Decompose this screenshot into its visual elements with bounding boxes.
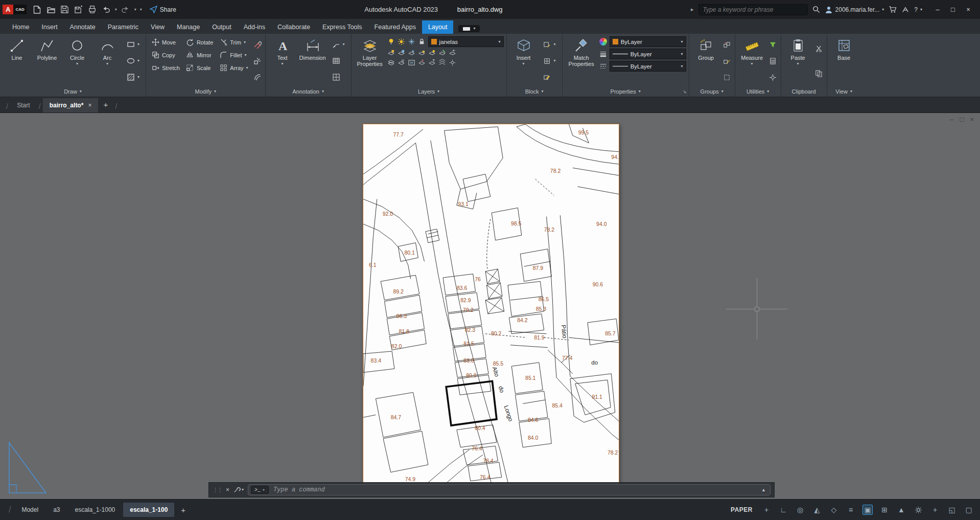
group-button[interactable]: Group bbox=[692, 36, 720, 86]
workspace-gear-icon[interactable] bbox=[913, 505, 923, 515]
ribbon-tab-layout[interactable]: Layout bbox=[422, 20, 454, 34]
ribbon-tab-collaborate[interactable]: Collaborate bbox=[271, 20, 316, 34]
panel-label-layers[interactable]: Layers▾ bbox=[352, 86, 506, 97]
file-tab-start[interactable]: Start bbox=[10, 98, 36, 112]
rectangle-button[interactable]: ▾ bbox=[124, 38, 142, 51]
ribbon-tab-home[interactable]: Home bbox=[6, 20, 35, 34]
quick-calculator-icon[interactable] bbox=[769, 57, 777, 65]
layer-dropdown[interactable]: janelas ▾ bbox=[428, 36, 504, 47]
trim-button[interactable]: Trim▾ bbox=[217, 36, 250, 49]
layout-tab-model[interactable]: Model bbox=[15, 503, 45, 517]
drawing-close-icon[interactable]: × bbox=[970, 116, 974, 123]
panel-label-annotation[interactable]: Annotation▾ bbox=[266, 86, 351, 97]
layer-walk-icon[interactable] bbox=[398, 58, 406, 66]
dimension-button[interactable]: Dimension bbox=[298, 36, 327, 86]
user-account-button[interactable]: 2006.maria.fer... ▾ bbox=[825, 6, 884, 14]
quick-select-icon[interactable] bbox=[769, 40, 777, 49]
customization-plus-icon[interactable]: + bbox=[930, 505, 940, 515]
layer-prev-icon[interactable] bbox=[449, 49, 457, 57]
annotation-scale-icon[interactable]: ▲ bbox=[896, 505, 906, 515]
save-as-button[interactable] bbox=[73, 4, 85, 16]
ellipse-button[interactable]: ▾ bbox=[124, 55, 142, 67]
layer-settings-icon[interactable] bbox=[449, 58, 457, 66]
layer-freeze-icon[interactable] bbox=[408, 38, 416, 46]
array-button[interactable]: Array▾ bbox=[217, 61, 250, 74]
layout-tab-a3[interactable]: a3 bbox=[46, 503, 66, 517]
layer-state-icon[interactable] bbox=[387, 58, 395, 66]
panel-label-utilities[interactable]: Utilities▾ bbox=[735, 86, 781, 97]
new-file-button[interactable] bbox=[31, 4, 43, 16]
line-button[interactable]: Line bbox=[3, 36, 31, 86]
layer-properties-button[interactable]: Layer Properties bbox=[354, 36, 386, 86]
linetype-icon[interactable] bbox=[599, 62, 608, 71]
arc-button[interactable]: Arc ▾ bbox=[93, 36, 122, 86]
search-box[interactable] bbox=[698, 4, 808, 15]
layer-vpfreeze-icon[interactable] bbox=[408, 58, 416, 66]
match-properties-button[interactable]: Match Properties bbox=[565, 36, 598, 86]
panel-label-block[interactable]: Block▾ bbox=[507, 86, 562, 97]
polyline-button[interactable]: Polyline bbox=[33, 36, 61, 86]
block-editor-button[interactable] bbox=[541, 71, 558, 84]
selected-parcel[interactable] bbox=[446, 381, 497, 426]
plot-button[interactable] bbox=[86, 4, 99, 16]
panel-label-modify[interactable]: Modify▾ bbox=[146, 86, 265, 97]
file-tab-close-icon[interactable]: × bbox=[88, 102, 91, 109]
lineweight-display-icon[interactable]: ≡ bbox=[846, 505, 856, 515]
selection-cycling-icon[interactable]: ▣ bbox=[862, 505, 873, 515]
copy-clip-icon[interactable] bbox=[815, 69, 823, 77]
drawing-minimize-icon[interactable]: – bbox=[950, 116, 953, 123]
drawing-area[interactable]: – □ × bbox=[0, 113, 980, 499]
linetype-dropdown[interactable]: ByLayer ▾ bbox=[610, 61, 686, 72]
panel-label-draw[interactable]: Draw▾ bbox=[0, 86, 146, 97]
ungroup-icon[interactable] bbox=[723, 40, 731, 49]
layout-tab-escala-1-100[interactable]: escala_1-100 bbox=[123, 503, 174, 517]
layer-on-sun-icon[interactable] bbox=[398, 38, 406, 46]
isolate-objects-icon[interactable]: ◱ bbox=[947, 505, 957, 515]
rotate-button[interactable]: Rotate bbox=[183, 36, 216, 49]
scale-button[interactable]: Scale bbox=[183, 61, 216, 74]
maximize-button[interactable]: □ bbox=[945, 3, 961, 16]
layer-match-icon[interactable] bbox=[438, 49, 447, 57]
drawing-restore-icon[interactable]: □ bbox=[960, 116, 964, 123]
ribbon-tab-featured-apps[interactable]: Featured Apps bbox=[368, 20, 422, 34]
edit-attribute-button[interactable]: ▾ bbox=[541, 38, 558, 51]
search-input[interactable] bbox=[703, 6, 803, 13]
move-button[interactable]: Move bbox=[149, 36, 182, 49]
command-bar-grip[interactable]: ⋮⋮ bbox=[213, 487, 222, 493]
redo-button[interactable] bbox=[120, 4, 132, 16]
open-file-button[interactable] bbox=[45, 4, 57, 16]
color-wheel-icon[interactable] bbox=[599, 38, 608, 46]
minimize-button[interactable]: – bbox=[930, 3, 945, 16]
id-point-icon[interactable] bbox=[769, 73, 777, 81]
workspace-dropdown[interactable]: ▾ bbox=[458, 25, 480, 32]
save-button[interactable] bbox=[59, 4, 71, 16]
command-close-icon[interactable]: × bbox=[226, 486, 229, 493]
base-button[interactable]: Base bbox=[830, 36, 858, 86]
panel-label-view[interactable]: View▾ bbox=[827, 86, 861, 97]
share-button[interactable]: Share bbox=[150, 6, 176, 13]
lineweight-dropdown[interactable]: ByLayer ▾ bbox=[610, 49, 686, 59]
ribbon-tab-manage[interactable]: Manage bbox=[171, 20, 206, 34]
snap-mode-icon[interactable]: + bbox=[761, 505, 772, 515]
layer-freeze-tool-icon[interactable] bbox=[408, 49, 416, 57]
ribbon-tab-add-ins[interactable]: Add-ins bbox=[238, 20, 271, 34]
layer-freeze-all-icon[interactable] bbox=[438, 58, 447, 66]
command-customize-button[interactable]: ▾ bbox=[234, 486, 244, 493]
layer-lock-icon[interactable] bbox=[418, 38, 426, 46]
recent-commands-button[interactable]: >_ ▸ bbox=[251, 486, 269, 494]
stretch-button[interactable]: Stretch bbox=[149, 61, 182, 74]
space-mode-label[interactable]: PAPER bbox=[731, 506, 753, 513]
ribbon-tab-parametric[interactable]: Parametric bbox=[102, 20, 145, 34]
measure-button[interactable]: Measure ▾ bbox=[738, 36, 766, 86]
ribbon-tab-view[interactable]: View bbox=[145, 20, 171, 34]
close-button[interactable]: × bbox=[961, 3, 976, 16]
panel-label-groups[interactable]: Groups▾ bbox=[689, 86, 735, 97]
command-input[interactable]: >_ ▸ Type a command ▲ bbox=[248, 484, 771, 495]
ribbon-tab-output[interactable]: Output bbox=[206, 20, 238, 34]
ribbon-tab-annotate[interactable]: Annotate bbox=[64, 20, 102, 34]
search-collapse-icon[interactable]: ▸ bbox=[691, 6, 694, 13]
autocad-logo[interactable]: A CAD bbox=[3, 5, 27, 14]
erase-icon[interactable] bbox=[253, 40, 262, 49]
qat-customize-caret-icon[interactable]: ▾ bbox=[139, 7, 143, 12]
insert-button[interactable]: Insert ▾ bbox=[509, 36, 538, 86]
